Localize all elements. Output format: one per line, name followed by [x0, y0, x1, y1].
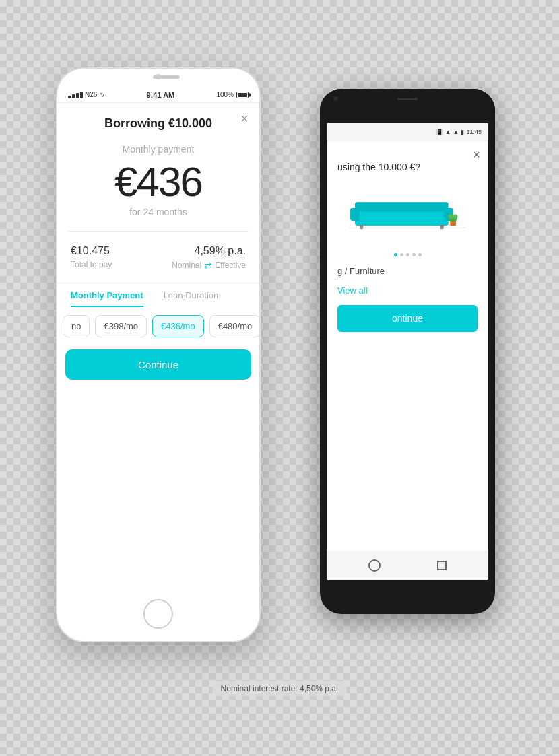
status-right: 100%: [216, 91, 249, 98]
android-close-button[interactable]: ×: [473, 148, 480, 162]
android-battery-icon: ▮: [461, 129, 464, 135]
screen-title: Borrowing €10.000: [57, 103, 259, 131]
android-status-icons: 📳 ▲ ▲ ▮ 11:45: [436, 129, 482, 135]
payment-chip-0[interactable]: no: [63, 315, 90, 337]
iphone: N26 ∿ 9:41 AM 100% × Borrowing €10.000 M…: [57, 69, 259, 641]
android-image-area: [337, 186, 478, 246]
android-speaker: [397, 98, 418, 100]
svg-rect-1: [355, 209, 449, 225]
battery-fill: [238, 93, 247, 97]
tabs-row: Monthly Payment Loan Duration: [57, 283, 259, 307]
monthly-amount: €436: [57, 158, 259, 205]
android-back-button[interactable]: [368, 559, 381, 572]
carrier-label: N26: [85, 91, 97, 98]
android-recents-button[interactable]: [437, 561, 447, 570]
scene: 📳 ▲ ▲ ▮ 11:45 × using the 10.000 €?: [44, 48, 515, 708]
interest-rate: 4,59% p.a.: [195, 245, 246, 257]
payment-options: no €398/mo €436/mo €480/mo: [57, 307, 259, 345]
android-signal-icon: ▲: [453, 129, 459, 135]
iphone-close-button[interactable]: ×: [240, 111, 249, 127]
dot-3: [406, 253, 409, 256]
payment-chip-1[interactable]: €398/mo: [95, 315, 147, 337]
svg-point-9: [449, 214, 453, 219]
iphone-home-area: [57, 587, 259, 641]
iphone-notch-area: [57, 69, 259, 88]
sofa-svg: [337, 186, 478, 232]
android-phone: 📳 ▲ ▲ ▮ 11:45 × using the 10.000 €?: [320, 89, 495, 614]
android-time: 11:45: [466, 129, 482, 135]
dot-5: [418, 253, 422, 256]
iphone-time: 9:41 AM: [147, 91, 175, 99]
signal-icon: [68, 92, 83, 98]
effective-label: Effective: [215, 261, 246, 270]
status-left: N26 ∿: [68, 91, 104, 98]
android-continue-button[interactable]: ontinue: [337, 305, 478, 332]
android-screen-content: × using the 10.000 €?: [327, 141, 488, 551]
battery-percent: 100%: [216, 91, 234, 98]
payment-chip-2[interactable]: €436/mo: [152, 315, 204, 337]
svg-rect-6: [440, 224, 444, 229]
dot-1: [394, 253, 397, 256]
android-vibrate-icon: 📳: [436, 129, 443, 135]
android-view-all[interactable]: View all: [327, 281, 488, 300]
android-status-bar: 📳 ▲ ▲ ▮ 11:45: [327, 123, 488, 141]
android-screen: 📳 ▲ ▲ ▮ 11:45 × using the 10.000 €?: [327, 123, 488, 580]
monthly-payment-label: Monthly payment: [57, 144, 259, 155]
payment-chip-3[interactable]: €480/mo: [209, 315, 259, 337]
rate-label: Nominal ⇄ Effective: [172, 260, 246, 271]
tab-monthly-payment[interactable]: Monthly Payment: [71, 290, 143, 307]
android-wifi-icon: ▲: [445, 129, 451, 135]
svg-rect-3: [350, 207, 360, 220]
tabs-section: Monthly Payment Loan Duration no €398/mo: [57, 283, 259, 345]
svg-rect-5: [360, 224, 363, 229]
home-button[interactable]: [143, 599, 173, 629]
divider-1: [68, 231, 249, 232]
android-question: using the 10.000 €?: [327, 141, 488, 179]
swap-icon: ⇄: [204, 260, 212, 271]
svg-point-10: [453, 214, 458, 219]
total-amount: €10.475: [71, 245, 110, 257]
dot-2: [400, 253, 403, 256]
android-nav-bar: [327, 551, 488, 580]
android-category: g / Furniture: [327, 261, 488, 281]
battery-icon: [236, 92, 249, 98]
android-top-bar: [320, 89, 495, 109]
nominal-label: Nominal: [172, 261, 201, 270]
totals-labels: Total to pay Nominal ⇄ Effective: [57, 260, 259, 271]
total-label: Total to pay: [71, 260, 112, 271]
android-dots: [327, 253, 488, 256]
dot-4: [412, 253, 416, 256]
caption: Nominal interest rate: 4,50% p.a.: [213, 681, 347, 696]
totals-row: €10.475 4,59% p.a.: [57, 245, 259, 257]
iphone-speaker: [153, 75, 180, 79]
monthly-duration: for 24 months: [57, 207, 259, 217]
wifi-icon: ∿: [99, 91, 104, 98]
continue-button[interactable]: Continue: [65, 349, 251, 380]
tab-loan-duration[interactable]: Loan Duration: [164, 290, 219, 307]
iphone-screen: × Borrowing €10.000 Monthly payment €436…: [57, 102, 259, 587]
android-camera-dot: [333, 96, 338, 101]
svg-rect-2: [355, 202, 449, 211]
iphone-status-bar: N26 ∿ 9:41 AM 100%: [57, 88, 259, 102]
